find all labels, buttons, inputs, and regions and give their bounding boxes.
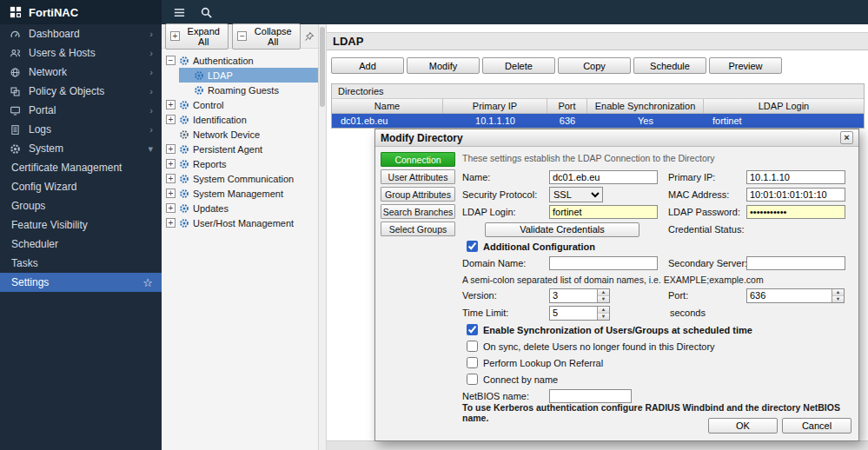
expand-toggle-icon[interactable]: + — [166, 144, 176, 154]
dialog-titlebar[interactable]: Modify Directory × — [375, 129, 858, 147]
time-limit-spinner[interactable]: ▲▼ — [549, 306, 610, 321]
tree-node-system-communication[interactable]: + System Communication — [164, 171, 318, 186]
lookup-on-referral-checkbox[interactable] — [467, 357, 478, 368]
spin-up-icon[interactable]: ▲ — [598, 307, 609, 314]
table-row[interactable]: dc01.eb.eu 10.1.1.10 636 Yes fortinet — [332, 114, 864, 128]
delete-button[interactable]: Delete — [482, 57, 555, 74]
lookup-on-referral-label: Perform Lookup On Referral — [483, 358, 603, 368]
copy-button[interactable]: Copy — [558, 57, 631, 74]
additional-configuration-checkbox[interactable] — [467, 241, 478, 252]
domain-name-input[interactable] — [549, 256, 658, 270]
expand-toggle-icon[interactable]: + — [166, 100, 176, 109]
search-icon[interactable] — [200, 6, 213, 19]
modify-button[interactable]: Modify — [407, 57, 480, 74]
preview-button[interactable]: Preview — [709, 57, 782, 74]
security-protocol-select[interactable]: SSL — [549, 187, 603, 202]
column-header-ldap-login[interactable]: LDAP Login — [704, 99, 864, 113]
primary-ip-input[interactable] — [746, 170, 845, 184]
sidebar-item-feature-visibility[interactable]: Feature Visibility — [0, 215, 162, 235]
name-input[interactable] — [549, 170, 658, 184]
sidebar-item-settings[interactable]: Settings ☆ — [0, 273, 162, 292]
favorite-star-icon[interactable]: ☆ — [142, 276, 153, 289]
collapse-toggle-icon[interactable]: − — [166, 56, 176, 65]
spin-up-icon[interactable]: ▲ — [832, 289, 844, 296]
tree-node-identification[interactable]: + Identification — [164, 112, 318, 127]
tree-node-system-management[interactable]: + System Management — [164, 186, 318, 201]
form-intro-text: These settings establish the LDAP Connec… — [462, 153, 851, 163]
spin-down-icon[interactable]: ▼ — [598, 296, 609, 302]
menu-toggle-icon[interactable] — [173, 6, 186, 19]
sidebar-item-tasks[interactable]: Tasks — [0, 254, 162, 273]
tree-node-control[interactable]: + Control — [164, 97, 318, 112]
sidebar-item-certificate-management[interactable]: Certificate Management — [0, 158, 162, 177]
settings-tree-panel: + Expand All − Collapse All − Authentica… — [162, 24, 319, 450]
scrollbar-thumb[interactable] — [320, 27, 325, 107]
tab-search-branches[interactable]: Search Branches — [381, 204, 455, 219]
tree-node-authentication[interactable]: − Authentication — [164, 53, 318, 68]
sidebar-item-groups[interactable]: Groups — [0, 196, 162, 215]
port-spinner[interactable]: ▲▼ — [746, 288, 845, 303]
schedule-button[interactable]: Schedule — [633, 57, 706, 74]
dialog-tab-list: Connection User Attributes Group Attribu… — [381, 152, 455, 414]
tree-node-updates[interactable]: + Updates — [164, 201, 318, 215]
spin-down-icon[interactable]: ▼ — [598, 314, 609, 320]
ok-button[interactable]: OK — [708, 418, 778, 433]
column-header-port[interactable]: Port — [547, 99, 587, 113]
tab-select-groups[interactable]: Select Groups — [381, 222, 455, 236]
close-icon[interactable]: × — [840, 131, 853, 144]
connect-by-name-checkbox[interactable] — [467, 374, 478, 385]
time-limit-input[interactable] — [550, 307, 597, 320]
secondary-server-input[interactable] — [746, 256, 845, 270]
column-header-enable-synchronization[interactable]: Enable Synchronization — [587, 99, 704, 113]
port-input[interactable] — [747, 289, 832, 302]
expand-toggle-icon[interactable]: + — [166, 174, 176, 183]
tree-node-roaming-guests[interactable]: Roaming Guests — [179, 83, 318, 97]
tree-node-ldap[interactable]: LDAP — [179, 68, 318, 83]
tree-scrollbar[interactable] — [319, 24, 327, 450]
ldap-password-input[interactable] — [746, 205, 845, 219]
column-header-name[interactable]: Name — [332, 99, 443, 113]
expand-toggle-icon[interactable]: + — [166, 218, 176, 228]
chevron-right-icon: › — [149, 67, 153, 77]
tab-connection[interactable]: Connection — [381, 152, 455, 167]
tab-group-attributes[interactable]: Group Attributes — [381, 187, 455, 202]
tree-node-network-device[interactable]: Network Device — [164, 127, 318, 142]
version-input[interactable] — [550, 289, 597, 302]
sidebar-item-config-wizard[interactable]: Config Wizard — [0, 177, 162, 196]
sidebar-item-logs[interactable]: Logs › — [0, 120, 162, 139]
sync-delete-users-checkbox[interactable] — [467, 341, 478, 352]
expand-all-button[interactable]: + Expand All — [165, 23, 229, 50]
expand-toggle-icon[interactable]: + — [166, 189, 176, 198]
sidebar-item-dashboard[interactable]: Dashboard › — [0, 24, 162, 43]
collapse-all-button[interactable]: − Collapse All — [232, 23, 301, 50]
modify-directory-dialog: Modify Directory × Connection User Attri… — [374, 129, 859, 441]
tab-user-attributes[interactable]: User Attributes — [381, 169, 455, 184]
expand-toggle-icon[interactable]: + — [166, 115, 176, 124]
sidebar-item-portal[interactable]: Portal › — [0, 101, 162, 120]
column-header-primary-ip[interactable]: Primary IP — [443, 99, 547, 113]
enable-synchronization-checkbox[interactable] — [467, 324, 478, 335]
ldap-login-input[interactable] — [549, 205, 658, 219]
version-spinner[interactable]: ▲▼ — [549, 288, 610, 303]
tree-node-user-host-management[interactable]: + User/Host Management — [164, 215, 318, 230]
expand-toggle-icon[interactable]: + — [166, 203, 176, 213]
tree-node-persistent-agent[interactable]: + Persistent Agent — [164, 142, 318, 156]
tree-node-label: Roaming Guests — [208, 85, 279, 96]
tree-node-label: Authentication — [193, 56, 254, 66]
sidebar-item-label: Portal — [29, 104, 56, 116]
expand-toggle-icon[interactable]: + — [166, 159, 176, 169]
mac-address-input[interactable] — [746, 188, 845, 202]
fortinac-app: FortiNAC Dashboard › Users & Hosts › Net… — [0, 0, 868, 450]
pin-icon[interactable] — [304, 31, 315, 42]
sidebar-item-policy-objects[interactable]: Policy & Objects › — [0, 82, 162, 101]
spin-down-icon[interactable]: ▼ — [832, 296, 844, 302]
spin-up-icon[interactable]: ▲ — [598, 289, 609, 296]
sidebar-item-network[interactable]: Network › — [0, 63, 162, 82]
validate-credentials-button[interactable]: Validate Credentials — [485, 222, 639, 237]
sidebar-item-users-hosts[interactable]: Users & Hosts › — [0, 43, 162, 63]
sidebar-item-system[interactable]: System ▾ — [0, 139, 162, 158]
add-button[interactable]: Add — [331, 57, 404, 74]
tree-node-reports[interactable]: + Reports — [164, 156, 318, 171]
cancel-button[interactable]: Cancel — [782, 418, 851, 433]
sidebar-item-scheduler[interactable]: Scheduler — [0, 235, 162, 254]
